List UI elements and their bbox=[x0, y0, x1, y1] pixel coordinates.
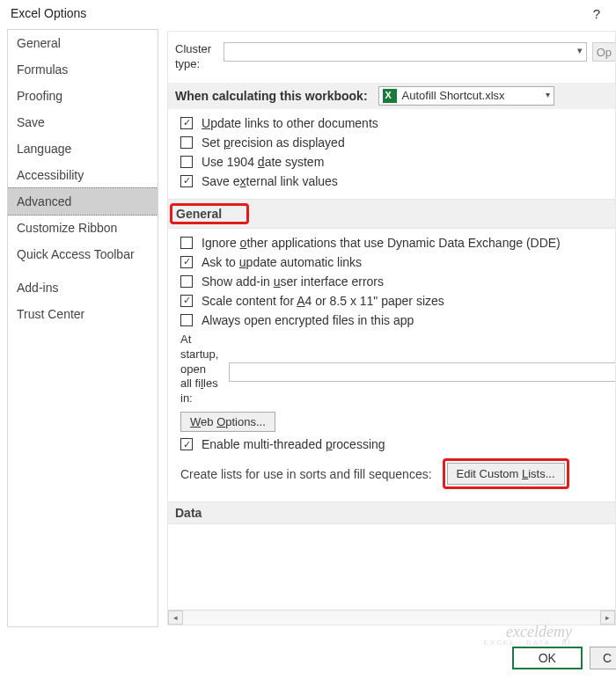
checkbox-icon bbox=[180, 136, 193, 149]
check-encrypted-files[interactable]: Always open encrypted files in this app bbox=[180, 313, 615, 327]
chevron-down-icon: ▾ bbox=[577, 45, 583, 56]
startup-files-input[interactable] bbox=[229, 362, 616, 382]
cluster-options-button[interactable]: Op bbox=[592, 42, 616, 62]
checkbox-icon bbox=[180, 175, 193, 187]
check-ignore-dde[interactable]: Ignore other applications that use Dynam… bbox=[180, 236, 615, 250]
sidebar-item-proofing[interactable]: Proofing bbox=[8, 83, 158, 109]
horizontal-scrollbar[interactable]: ◂ ▸ bbox=[168, 610, 615, 625]
sidebar-item-language[interactable]: Language bbox=[8, 135, 158, 162]
check-scale-a4[interactable]: Scale content for A4 or 8.5 x 11" paper … bbox=[180, 294, 615, 308]
excel-file-icon bbox=[383, 89, 397, 103]
check-save-external-links[interactable]: Save external link values bbox=[180, 174, 615, 188]
sidebar-item-customize-ribbon[interactable]: Customize Ribbon bbox=[8, 215, 158, 241]
sidebar-item-accessibility[interactable]: Accessibility bbox=[8, 162, 158, 188]
checkbox-icon bbox=[180, 438, 193, 450]
workbook-selected: Autofill Shortcut.xlsx bbox=[402, 89, 505, 102]
cluster-type-label: Cluster type: bbox=[175, 42, 224, 72]
check-label: Always open encrypted files in this app bbox=[202, 313, 414, 327]
check-set-precision[interactable]: Set precision as displayed bbox=[180, 135, 615, 150]
startup-files-label: At startup, open all filles in: bbox=[180, 333, 229, 406]
check-ask-update-links[interactable]: Ask to update automatic links bbox=[180, 255, 615, 269]
scroll-left-icon[interactable]: ◂ bbox=[168, 611, 183, 625]
check-label: Enable multi-threaded processing bbox=[202, 437, 385, 451]
content-panel: Cluster type: ▾ Op When calculating this… bbox=[167, 31, 616, 625]
sidebar-item-quick-access-toolbar[interactable]: Quick Access Toolbar bbox=[8, 241, 158, 267]
check-label: Ask to update automatic links bbox=[202, 255, 362, 269]
checkbox-icon bbox=[180, 237, 193, 249]
check-1904-date[interactable]: Use 1904 date system bbox=[180, 155, 615, 169]
check-label: Use 1904 date system bbox=[202, 155, 324, 169]
window-title: Excel Options bbox=[11, 6, 86, 20]
checkbox-icon bbox=[180, 314, 193, 326]
sidebar: General Formulas Proofing Save Language … bbox=[7, 29, 158, 627]
check-enable-mt[interactable]: Enable multi-threaded processing bbox=[180, 437, 615, 451]
sidebar-item-trust-center[interactable]: Trust Center bbox=[8, 301, 158, 327]
check-label: Update links to other documents bbox=[202, 116, 378, 130]
checkbox-icon bbox=[180, 295, 193, 307]
help-icon[interactable]: ? bbox=[588, 6, 605, 21]
checkbox-icon bbox=[180, 256, 193, 268]
scroll-right-icon[interactable]: ▸ bbox=[600, 611, 615, 625]
check-label: Set precision as displayed bbox=[202, 135, 345, 150]
check-addin-errors[interactable]: Show add-in user interface errors bbox=[180, 274, 615, 289]
checkbox-icon bbox=[180, 156, 193, 168]
edit-custom-lists-highlight: Edit Custom Lists... bbox=[443, 458, 569, 489]
check-label: Ignore other applications that use Dynam… bbox=[202, 236, 561, 250]
checkbox-icon bbox=[180, 275, 193, 288]
workbook-section-label: When calculating this workbook: bbox=[175, 89, 368, 103]
checkbox-icon bbox=[180, 117, 193, 129]
watermark: exceldemy EXCEL · DATA · BI bbox=[483, 624, 572, 647]
sidebar-item-addins[interactable]: Add-ins bbox=[8, 274, 158, 301]
edit-custom-lists-button[interactable]: Edit Custom Lists... bbox=[447, 463, 565, 485]
check-label: Save external link values bbox=[202, 174, 338, 188]
scroll-track[interactable] bbox=[183, 611, 600, 625]
web-options-button[interactable]: Web Options... bbox=[180, 412, 275, 432]
sidebar-item-advanced[interactable]: Advanced bbox=[7, 187, 158, 216]
chevron-down-icon: ▾ bbox=[546, 90, 550, 99]
data-section-header: Data bbox=[168, 501, 616, 524]
sidebar-item-formulas[interactable]: Formulas bbox=[8, 56, 158, 83]
sidebar-item-general[interactable]: General bbox=[8, 30, 158, 56]
ok-button[interactable]: OK bbox=[512, 647, 583, 669]
check-label: Scale content for A4 or 8.5 x 11" paper … bbox=[202, 294, 444, 308]
cancel-button[interactable]: C bbox=[590, 647, 616, 669]
cluster-type-combo[interactable]: ▾ bbox=[224, 42, 587, 62]
check-update-links[interactable]: Update links to other documents bbox=[180, 116, 615, 130]
create-lists-label: Create lists for use in sorts and fill s… bbox=[180, 467, 432, 481]
workbook-combo[interactable]: Autofill Shortcut.xlsx ▾ bbox=[378, 86, 554, 106]
general-section-header: General bbox=[168, 199, 616, 229]
check-label: Show add-in user interface errors bbox=[202, 274, 384, 289]
sidebar-item-save[interactable]: Save bbox=[8, 109, 158, 135]
workbook-section-header: When calculating this workbook: Autofill… bbox=[168, 83, 616, 109]
